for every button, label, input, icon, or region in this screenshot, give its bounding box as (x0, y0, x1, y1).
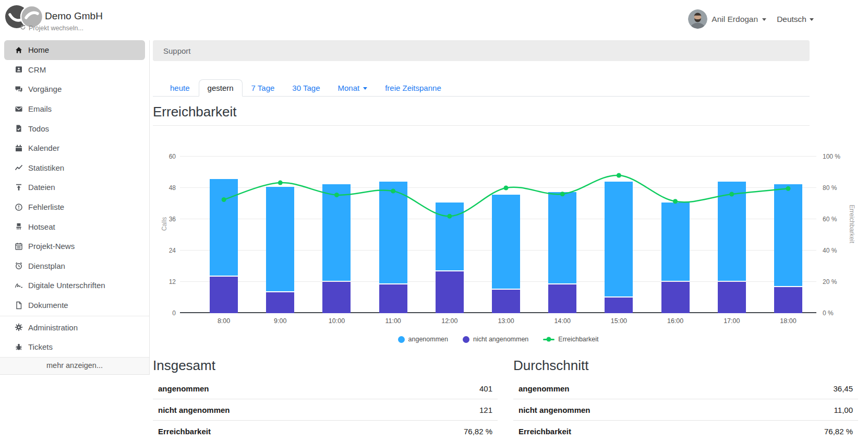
y-tick-label: 12 (169, 278, 176, 286)
legend-item-nicht-angenommen[interactable]: nicht angenommen (463, 336, 528, 343)
chart-line-icon (15, 163, 23, 172)
sidebar-item-home[interactable]: Home (4, 40, 145, 60)
y-tick-label: 0 (172, 310, 176, 317)
bar-segment-angenommen (322, 184, 351, 281)
y-tick-label: 24 (169, 247, 176, 254)
chart-legend: angenommennicht angenommenErreichbarkeit (180, 336, 816, 343)
user-menu[interactable]: Anil Erdogan (688, 9, 766, 29)
breadcrumb-title: Support (163, 46, 191, 55)
x-axis-label: 12:00 (421, 317, 478, 325)
x-axis-label: 17:00 (704, 317, 760, 325)
stacked-bar-12:00 (421, 134, 478, 313)
y-tick-label-right: 20 % (823, 278, 837, 286)
tab-gestern[interactable]: gestern (199, 79, 243, 97)
stacked-bar-16:00 (647, 134, 704, 313)
bars-area (196, 134, 816, 313)
sidebar-item-administration[interactable]: Administration (0, 317, 149, 337)
bar-segment-nicht-angenommen (774, 287, 802, 313)
stacked-bar-8:00 (196, 134, 252, 313)
language-menu[interactable]: Deutsch (777, 15, 814, 24)
table-row: angenommen 36,45 (513, 378, 858, 399)
y-tick-label-right: 100 % (823, 153, 840, 160)
y-tick-label-right: 60 % (823, 216, 837, 223)
x-axis-label: 10:00 (308, 317, 365, 325)
sidebar-item-projekt-news[interactable]: Projekt-News (0, 236, 149, 256)
upload-icon (15, 183, 23, 192)
user-name: Anil Erdogan (712, 15, 758, 24)
x-axis-label: 11:00 (365, 317, 421, 325)
bar-segment-angenommen (492, 195, 520, 289)
sidebar-item-fehlerliste[interactable]: Fehlerliste (0, 197, 149, 217)
tab-30-tage[interactable]: 30 Tage (283, 79, 329, 97)
y-tick-label-right: 0 % (823, 310, 834, 317)
table-row: Erreichbarkeit 76,82 % (513, 421, 858, 440)
averages-title: Durchschnitt (513, 358, 858, 374)
legend-dot-swatch (463, 336, 469, 343)
bar-segment-nicht-angenommen (605, 298, 633, 313)
refresh-icon (20, 24, 26, 32)
y-tick-label: 36 (169, 216, 176, 223)
legend-label: Erreichbarkeit (558, 336, 598, 343)
averages-panel: Durchschnitt angenommen 36,45 nicht ange… (513, 358, 858, 440)
sidebar-divider (0, 316, 149, 316)
x-axis-label: 13:00 (478, 317, 534, 325)
sidebar-item-emails[interactable]: Emails (0, 99, 149, 119)
sidebar-item-todos[interactable]: Todos (0, 118, 149, 138)
legend-line-swatch (543, 339, 554, 340)
stacked-bar-17:00 (704, 134, 760, 313)
availability-chart: Calls Erreichbarkeit 01224364860 0 %20 %… (153, 126, 858, 351)
bar-segment-nicht-angenommen (718, 282, 746, 313)
chair-icon (15, 222, 23, 231)
totals-panel: Insgesamt angenommen 401 nicht angenomme… (153, 358, 498, 440)
table-row: nicht angenommen 121 (153, 399, 498, 421)
bar-segment-angenommen (548, 192, 576, 283)
bar-segment-nicht-angenommen (322, 282, 351, 313)
bar-segment-angenommen (774, 184, 802, 286)
x-axis-label: 9:00 (252, 317, 308, 325)
sidebar-item-statistiken[interactable]: Statistiken (0, 158, 149, 178)
bar-segment-angenommen (436, 203, 464, 270)
sidebar-show-more[interactable]: mehr anzeigen... (0, 357, 149, 374)
sidebar-item-kalender[interactable]: Kalender (0, 138, 149, 158)
language-label: Deutsch (777, 15, 806, 24)
x-axis-labels: 8:009:0010:0011:0012:0013:0014:0015:0016… (196, 317, 816, 325)
error-circle-icon (15, 203, 23, 211)
sidebar-item-hotseat[interactable]: Hotseat (0, 217, 149, 236)
bar-segment-angenommen (210, 179, 238, 276)
bar-segment-nicht-angenommen (210, 277, 238, 313)
stacked-bar-15:00 (590, 134, 647, 313)
x-axis-label: 16:00 (647, 317, 704, 325)
legend-dot-swatch (398, 336, 405, 343)
envelope-icon (15, 105, 23, 113)
tab-freie-zeitspanne[interactable]: freie Zeitspanne (376, 79, 450, 97)
breadcrumb: Support (153, 40, 810, 61)
sidebar-item-crm[interactable]: CRM (0, 60, 149, 80)
stacked-bar-11:00 (365, 134, 421, 313)
sidebar-item-dateien[interactable]: Dateien (0, 177, 149, 197)
left-axis-ticks: 01224364860 (153, 134, 176, 313)
legend-item-angenommen[interactable]: angenommen (398, 336, 448, 343)
chevron-down-icon (762, 18, 766, 21)
signature-icon (15, 281, 23, 290)
bar-segment-angenommen (266, 187, 294, 291)
stacked-bar-9:00 (252, 134, 308, 313)
sidebar-item-dokumente[interactable]: Dokumente (0, 295, 149, 315)
tab-monat[interactable]: Monat (329, 79, 376, 97)
totals-title: Insgesamt (153, 358, 498, 374)
sidebar-item-dienstplan[interactable]: Dienstplan (0, 256, 149, 276)
sidebar-item-tickets[interactable]: Tickets (0, 337, 149, 357)
calendar-icon (15, 144, 23, 152)
tab-heute[interactable]: heute (161, 79, 199, 97)
bar-segment-nicht-angenommen (436, 271, 464, 313)
y-tick-label: 48 (169, 184, 176, 192)
bar-segment-angenommen (379, 182, 407, 283)
tab-7-tage[interactable]: 7 Tage (243, 79, 284, 97)
legend-item-Erreichbarkeit[interactable]: Erreichbarkeit (543, 336, 598, 343)
sidebar-item-vorgaenge[interactable]: Vorgänge (0, 79, 149, 99)
sidebar-item-digitale-unterschriften[interactable]: Digitale Unterschriften (0, 276, 149, 295)
bar-segment-nicht-angenommen (266, 292, 294, 313)
bar-segment-angenommen (605, 182, 633, 296)
app-header: Demo GmbH Projekt wechseln... (0, 0, 868, 40)
project-switch-link[interactable]: Projekt wechseln... (20, 24, 83, 32)
company-name: Demo GmbH (45, 10, 103, 22)
